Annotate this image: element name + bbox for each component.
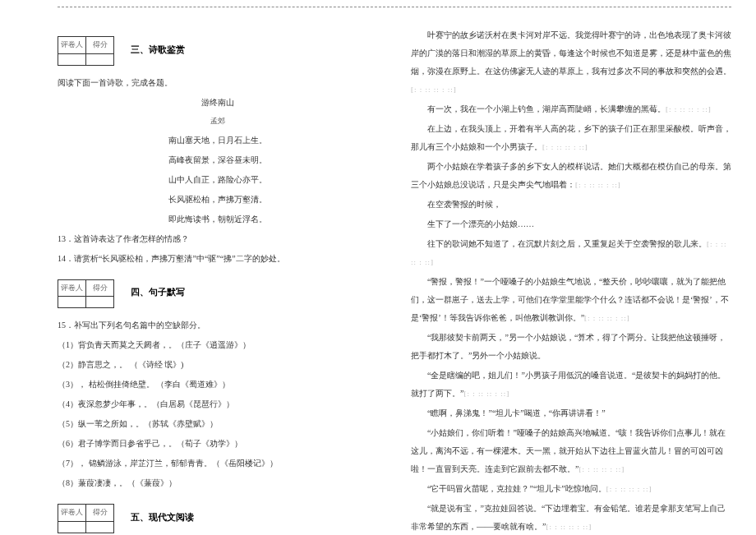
prose-para: 往下的歌词她不知道了，在沉默片刻之后，又重复起关于空袭警报的歌儿来。[: : :…: [411, 235, 731, 271]
score-box-3: 评卷人 得分: [58, 36, 114, 66]
left-column: 评卷人 得分 三、诗歌鉴赏 阅读下面一首诗歌，完成各题。 游终南山 孟郊 南山塞…: [58, 25, 378, 535]
corner-mark: [: : :: :: : ::]: [542, 143, 588, 151]
section-4-header: 评卷人 得分 四、句子默写: [58, 273, 378, 312]
poem-author: 孟郊: [58, 113, 378, 130]
score-box-4: 评卷人 得分: [58, 279, 114, 309]
prose-para: 两个小姑娘在学着孩子多的乡下女人的模样说话。她们大概都在模仿自己的母亲。第三个小…: [411, 158, 731, 194]
question-13: 13．这首诗表达了作者怎样的情感？: [58, 230, 378, 248]
score-box-5: 评卷人 得分: [58, 504, 114, 533]
section-3-title: 三、诗歌鉴赏: [131, 39, 185, 59]
score-cell: [86, 522, 114, 533]
grader-label: 评卷人: [58, 505, 86, 522]
section-5-title: 五、现代文阅读: [131, 507, 194, 527]
corner-mark: [: : :: :: : ::]: [584, 314, 630, 322]
q15-item: （1）背负青天而莫之夭阏者，。（庄子《逍遥游》）: [58, 336, 378, 354]
corner-mark: [: : :: :: : ::]: [606, 485, 652, 493]
corner-mark: [: : :: :: : ::]: [575, 181, 621, 189]
grader-cell: [58, 522, 86, 533]
poem-instruction: 阅读下面一首诗歌，完成各题。: [58, 74, 378, 92]
prose-para: “就是说有宝，”克拉娃回答说。“下边埋着宝。有金铅笔。谁若是拿那支笔写上自己非常…: [411, 500, 731, 535]
poem-line: 南山塞天地，日月石上生。: [58, 131, 378, 150]
grader-cell: [58, 297, 86, 308]
question-15-intro: 15．补写出下列名句名篇中的空缺部分。: [58, 316, 378, 334]
right-column: 叶赛宁的故乡诺沃村在奥卡河对岸不远。我觉得叶赛宁的诗，出色地表现了奥卡河彼岸的广…: [411, 25, 731, 535]
q15-item: （8）蒹葭凄凄，。（《蒹葭》）: [58, 474, 378, 492]
q15-item: （5）纵一苇之所如，。（苏轼《赤壁赋》）: [58, 415, 378, 433]
grader-label: 评卷人: [58, 37, 86, 54]
grader-label: 评卷人: [58, 279, 86, 297]
q15-item: （2）静言思之，。 （《诗经 氓》): [58, 356, 378, 374]
prose-text: 叶赛宁的故乡诺沃村在奥卡河对岸不远。我觉得叶赛宁的诗，出色地表现了奥卡河彼岸的广…: [411, 30, 731, 76]
poem-line: 山中人自正，路险心亦平。: [58, 171, 378, 189]
prose-para: 在空袭警报的时候，: [411, 196, 731, 214]
corner-mark: [: : :: :: : ::]: [411, 85, 457, 94]
prose-text: “我那彼契卡前两天，”另一个小姑娘说，“算术，得了个两分。让我把他这顿捶呀，把手…: [411, 333, 726, 360]
q15-item: （3）， 枯松倒挂倚绝壁。 （李白《蜀道难》）: [58, 376, 378, 394]
q15-item: （7）， 锦鳞游泳，岸芷汀兰，郁郁青青。（《岳阳楼记》）: [58, 454, 378, 473]
prose-text: “瞧啊，鼻涕鬼！”“坦儿卡”喝道，“你再讲讲看！”: [427, 408, 606, 417]
prose-para: 在上边，在我头顶上，开着有半人高的花，乡下的孩子们正在那里采酸模。听声音，那儿有…: [411, 120, 731, 156]
prose-para: “瞧啊，鼻涕鬼！”“坦儿卡”喝道，“你再讲讲看！”: [411, 404, 731, 422]
poem-title: 游终南山: [58, 94, 378, 112]
corner-mark: [: : :: :: : ::]: [546, 523, 592, 531]
q15-item: （6）君子博学而日参省乎己，。（荀子《劝学》）: [58, 435, 378, 453]
prose-para: “小姑娘们，你们听着！”哑嗓子的姑娘高兴地喊道。“咳！我告诉你们点事儿！就在这儿…: [411, 424, 731, 478]
corner-mark: [: : :: :: : ::]: [666, 105, 712, 113]
prose-para: “警报，警报！”一个哑嗓子的小姑娘生气地说，“整天价，吵吵嚷嚷，就为了能把他们，…: [411, 273, 731, 327]
poem-line: 长风驱松柏，声拂万壑清。: [58, 191, 378, 209]
prose-text: “警报，警报！”一个哑嗓子的小姑娘生气地说，“整天价，吵吵嚷嚷，就为了能把他们，…: [411, 277, 729, 322]
page-columns: 评卷人 得分 三、诗歌鉴赏 阅读下面一首诗歌，完成各题。 游终南山 孟郊 南山塞…: [0, 0, 756, 535]
q15-item: （4）夜深忽梦少年事，。（白居易《琵琶行》）: [58, 395, 378, 413]
poem-line: 高峰夜留景，深谷昼未明。: [58, 151, 378, 169]
page-top-rule: [58, 7, 731, 7]
score-label: 得分: [86, 505, 114, 522]
section-4-title: 四、句子默写: [131, 282, 185, 302]
prose-para: 叶赛宁的故乡诺沃村在奥卡河对岸不远。我觉得叶赛宁的诗，出色地表现了奥卡河彼岸的广…: [411, 26, 731, 99]
corner-mark: [: : :: :: : ::]: [463, 390, 509, 398]
score-cell: [86, 53, 114, 65]
prose-text: 有一次，我在一个小湖上钓鱼，湖岸高而陡峭，长满攀缠的黑莓。: [427, 104, 666, 113]
score-label: 得分: [86, 279, 114, 297]
poem-line: 即此悔读书，朝朝近浮名。: [58, 210, 378, 228]
prose-text: “小姑娘们，你们听着！”哑嗓子的姑娘高兴地喊道。“咳！我告诉你们点事儿！就在这儿…: [411, 428, 726, 473]
prose-text: “全是瞎编的吧，姐儿们！”小男孩子用低沉的嗓音说道。“是彼契卡的妈妈打的他。就打…: [411, 371, 726, 398]
question-14: 14．请赏析“长风驱松柏，声拂万壑清”中“驱”“拂”二字的妙处。: [58, 250, 378, 268]
prose-para: 生下了一个漂亮的小姑娘……: [411, 215, 731, 233]
section-5-header: 评卷人 得分 五、现代文阅读: [58, 497, 378, 535]
prose-text: “它干吗冒火苗呢，克拉娃？”“坦儿卡”吃惊地问。: [427, 484, 606, 493]
prose-text: 往下的歌词她不知道了，在沉默片刻之后，又重复起关于空袭警报的歌儿来。: [427, 239, 707, 248]
prose-para: 有一次，我在一个小湖上钓鱼，湖岸高而陡峭，长满攀缠的黑莓。[: : :: :: …: [411, 100, 731, 118]
corner-mark: [: : :: :: : ::]: [579, 465, 625, 473]
grader-cell: [58, 53, 86, 65]
score-label: 得分: [86, 37, 114, 54]
prose-para: “它干吗冒火苗呢，克拉娃？”“坦儿卡”吃惊地问。[: : :: :: : ::]: [411, 480, 731, 498]
score-cell: [86, 297, 114, 308]
prose-text: 两个小姑娘在学着孩子多的乡下女人的模样说话。她们大概都在模仿自己的母亲。第三个小…: [411, 162, 731, 189]
prose-para: “全是瞎编的吧，姐儿们！”小男孩子用低沉的嗓音说道。“是彼契卡的妈妈打的他。就打…: [411, 367, 731, 403]
section-3-header: 评卷人 得分 三、诗歌鉴赏: [58, 30, 378, 69]
prose-para: “我那彼契卡前两天，”另一个小姑娘说，“算术，得了个两分。让我把他这顿捶呀，把手…: [411, 329, 731, 365]
